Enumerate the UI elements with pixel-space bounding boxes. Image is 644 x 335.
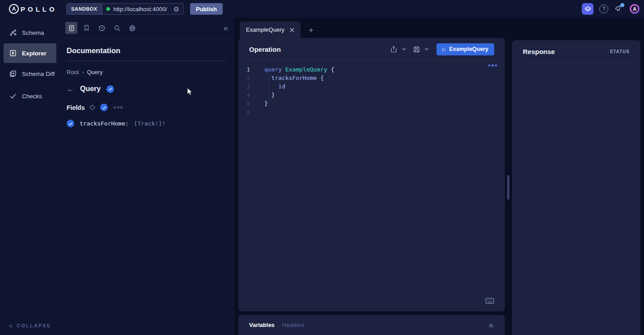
- share-operation-button[interactable]: [390, 46, 398, 53]
- save-operation-button[interactable]: [413, 46, 420, 53]
- fields-more-options-icon[interactable]: [114, 106, 123, 109]
- endpoint-bar: SANDBOX http://localhost:4000/ ⚙: [66, 3, 184, 15]
- user-avatar[interactable]: A: [630, 4, 640, 14]
- run-operation-button[interactable]: ▷ ExampleQuery: [436, 43, 494, 55]
- tab-bar: ExampleQuery +: [234, 18, 644, 38]
- graphql-editor[interactable]: 1query ExampleQuery {2 tracksForHome {3 …: [238, 61, 505, 116]
- breadcrumb: Root › Query: [67, 69, 227, 75]
- publish-button[interactable]: Publish: [190, 3, 223, 15]
- play-icon: ▷: [442, 46, 446, 52]
- sidebar-item-checks[interactable]: Checks: [4, 88, 56, 105]
- sidebar-item-explorer[interactable]: Explorer: [4, 43, 56, 63]
- help-button[interactable]: ?: [599, 4, 608, 13]
- field-name[interactable]: tracksForHome:: [80, 120, 129, 127]
- docs-panel-title: Documentation: [67, 46, 227, 55]
- fields-selected-check[interactable]: [100, 104, 108, 111]
- connection-settings-gear-icon[interactable]: ⚙: [174, 6, 179, 13]
- help-question-glyph: ?: [602, 6, 606, 12]
- documentation-tab-button[interactable]: [65, 22, 77, 34]
- line-number: 3: [238, 84, 256, 90]
- keyboard-shortcuts-button[interactable]: [485, 297, 494, 306]
- chevron-down-icon: [402, 47, 406, 51]
- top-bar: A POLLO SANDBOX http://localhost:4000/ ⚙…: [0, 0, 644, 18]
- check-icon: [68, 121, 73, 126]
- indent-guide: [269, 74, 269, 99]
- notification-dot: [620, 3, 624, 7]
- tab-close-icon[interactable]: [290, 28, 294, 32]
- status-label: STATUS: [610, 49, 630, 54]
- breadcrumb-current: Query: [87, 69, 102, 75]
- fields-section-label: Fields: [67, 104, 85, 111]
- docs-collapse-button[interactable]: «: [223, 24, 228, 32]
- sidebar-item-schema-diff[interactable]: Schema Diff: [4, 65, 56, 82]
- endpoint-url[interactable]: http://localhost:4000/: [114, 6, 167, 13]
- tab-label: ExampleQuery: [246, 26, 284, 33]
- sidebar-item-label: Schema Diff: [22, 71, 55, 77]
- schema-diff-icon: [9, 70, 17, 78]
- tab-variables[interactable]: Variables: [249, 322, 275, 328]
- code-line[interactable]: 5}: [238, 99, 505, 108]
- tab-examplequery[interactable]: ExampleQuery: [240, 21, 301, 38]
- collapse-label: COLLAPSE: [17, 323, 51, 328]
- code-content: }: [264, 92, 275, 98]
- panel-resize-handle[interactable]: [507, 175, 509, 200]
- checkmark-icon: [9, 92, 17, 100]
- type-selected-check[interactable]: [106, 85, 114, 93]
- endpoint-url-box[interactable]: http://localhost:4000/ ⚙: [102, 4, 183, 14]
- main-area: ExampleQuery + Operation: [234, 18, 644, 335]
- check-icon: [108, 87, 113, 91]
- code-line[interactable]: 3 id: [238, 82, 505, 91]
- docs-toolbar: «: [59, 18, 234, 38]
- type-title: Query: [80, 85, 101, 93]
- tab-headers[interactable]: Headers: [282, 322, 304, 328]
- check-icon: [102, 105, 106, 110]
- saved-operations-button[interactable]: [80, 22, 93, 34]
- code-line[interactable]: 1query ExampleQuery {: [238, 65, 505, 74]
- code-line[interactable]: 2 tracksForHome {: [238, 74, 505, 82]
- line-number: 4: [238, 92, 256, 98]
- studio-sandbox-button[interactable]: [582, 3, 593, 15]
- schema-graph-icon: [9, 29, 17, 37]
- breadcrumb-root[interactable]: Root: [67, 69, 79, 75]
- response-panel-title: Response: [523, 48, 555, 55]
- connection-status-dot: [106, 7, 110, 11]
- code-content: }: [264, 100, 268, 107]
- apollo-logo-text: POLLO: [21, 5, 57, 13]
- save-dropdown-chevron[interactable]: [424, 47, 429, 51]
- explorer-settings-button[interactable]: [126, 22, 138, 34]
- expand-panel-chevrons[interactable]: [488, 322, 494, 328]
- keyboard-icon: [485, 297, 494, 304]
- bookmark-icon: [83, 25, 90, 31]
- announcements-button[interactable]: [614, 4, 624, 14]
- new-tab-button[interactable]: +: [309, 26, 314, 34]
- code-line[interactable]: 4 }: [238, 91, 505, 99]
- operation-history-button[interactable]: [96, 22, 108, 34]
- expand-fields-diamond-icon[interactable]: [90, 105, 96, 110]
- run-button-label: ExampleQuery: [449, 46, 488, 52]
- breadcrumb-separator: ›: [82, 69, 84, 75]
- chevron-down-icon: [424, 47, 429, 51]
- avatar-letter: A: [631, 5, 639, 13]
- editor-options-menu[interactable]: [488, 64, 497, 67]
- line-number: 1: [238, 67, 256, 73]
- line-number: 5: [238, 100, 256, 107]
- explorer-play-icon: [9, 49, 17, 57]
- share-dropdown-chevron[interactable]: [402, 47, 406, 51]
- sidebar-item-label: Schema: [22, 29, 44, 36]
- sidebar-item-schema[interactable]: Schema: [4, 24, 56, 41]
- left-nav-sidebar: Schema Explorer Schema Diff Checks « COL…: [0, 18, 59, 335]
- document-icon: [68, 25, 75, 32]
- field-selected-check[interactable]: [67, 120, 74, 127]
- history-clock-icon: [98, 25, 106, 32]
- search-icon: [114, 25, 121, 32]
- back-arrow-icon[interactable]: ←: [67, 85, 74, 93]
- documentation-panel: « Documentation Root › Query ← Query Fie…: [59, 18, 234, 335]
- share-export-icon: [390, 46, 398, 53]
- search-schema-button[interactable]: [111, 22, 123, 34]
- code-lines: 1query ExampleQuery {2 tracksForHome {3 …: [238, 65, 505, 116]
- field-type[interactable]: [Track!]!: [134, 120, 165, 127]
- variables-panel: Variables Headers: [238, 315, 505, 335]
- sidebar-collapse-button[interactable]: « COLLAPSE: [0, 322, 58, 329]
- field-row-tracksforhome[interactable]: tracksForHome: [Track!]!: [67, 120, 227, 127]
- code-line[interactable]: 6: [238, 108, 505, 116]
